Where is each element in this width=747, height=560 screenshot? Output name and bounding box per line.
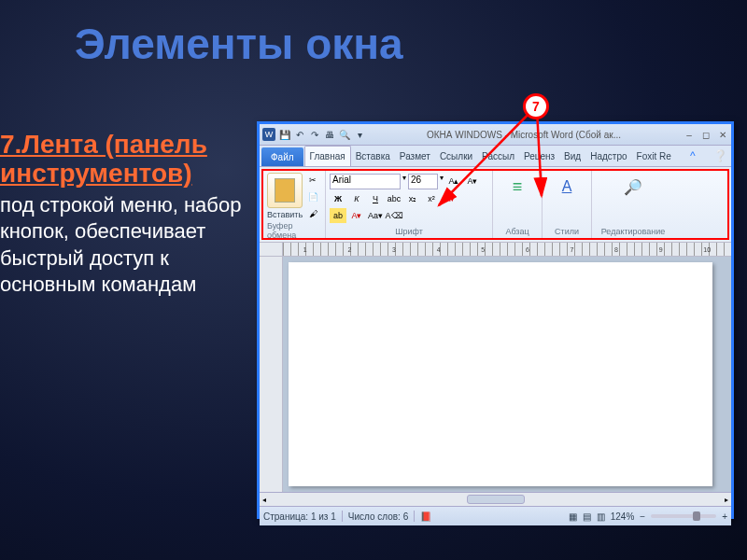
underline-button[interactable]: Ч: [367, 191, 384, 206]
highlight-color-button[interactable]: ab: [330, 208, 346, 223]
zoom-slider[interactable]: [651, 514, 716, 518]
titlebar: W 💾 ↶ ↷ 🖶 🔍 ▾ ОКНА WINDOWS - Microsoft W…: [260, 124, 731, 146]
window-title: ОКНА WINDOWS - Microsoft Word (Сбой ак..…: [367, 130, 681, 140]
status-word-count: Число слов: 6: [348, 511, 408, 522]
font-size-select[interactable]: 26: [408, 174, 438, 189]
document-page[interactable]: [289, 262, 712, 486]
horizontal-scrollbar[interactable]: ◂ ▸: [260, 492, 731, 506]
qat-undo-icon[interactable]: ↶: [293, 128, 306, 141]
tab-view[interactable]: Вид: [559, 146, 585, 166]
callout-badge-7: 7: [523, 93, 549, 119]
qat-dropdown-icon[interactable]: ▾: [353, 128, 366, 141]
scroll-left-icon[interactable]: ◂: [260, 496, 269, 504]
ribbon-minimize-icon[interactable]: ^: [690, 146, 696, 166]
tab-home[interactable]: Главная: [304, 146, 351, 166]
styles-group-label: Стили: [555, 227, 579, 236]
view-web-icon[interactable]: ▥: [597, 511, 605, 522]
copy-icon[interactable]: 📄: [304, 189, 321, 204]
qat-save-icon[interactable]: 💾: [278, 128, 291, 141]
tab-references[interactable]: Ссылки: [435, 146, 477, 166]
qat-print-icon[interactable]: 🖶: [323, 128, 336, 141]
tab-insert[interactable]: Вставка: [351, 146, 395, 166]
maximize-button[interactable]: ◻: [698, 130, 714, 140]
horizontal-ruler[interactable]: 12345678910: [260, 242, 731, 257]
clipboard-icon: [275, 178, 295, 203]
font-group-label: Шрифт: [395, 227, 423, 236]
subscript-button[interactable]: x₂: [404, 191, 421, 206]
slide-title: Элементы окна: [75, 19, 747, 69]
clipboard-group-label: Буфер обмена: [267, 221, 321, 240]
paragraph-group-label: Абзац: [505, 227, 529, 236]
clear-formatting-button[interactable]: A⌫: [386, 208, 402, 223]
tab-foxit[interactable]: Foxit Re: [632, 146, 676, 166]
ribbon-group-styles: A Стили: [543, 171, 592, 238]
font-name-select[interactable]: Arial: [330, 174, 401, 189]
strikethrough-button[interactable]: abc: [386, 191, 402, 206]
tab-review[interactable]: Реценз: [519, 146, 559, 166]
vertical-ruler[interactable]: [260, 257, 283, 492]
change-case-button[interactable]: Aa▾: [367, 208, 384, 223]
heading-ribbon: 7.Лента (панель инструментов): [0, 131, 243, 189]
bold-button[interactable]: Ж: [330, 191, 346, 206]
tab-layout[interactable]: Размет: [395, 146, 435, 166]
ribbon-group-font: Arial ▾ 26 ▾ A▴ A▾ Ж К Ч abc x₂ x² A▾ ab…: [326, 171, 493, 238]
find-button[interactable]: 🔎: [619, 173, 647, 201]
scroll-thumb[interactable]: [467, 495, 525, 504]
zoom-level[interactable]: 124%: [611, 511, 635, 522]
superscript-button[interactable]: x²: [423, 191, 440, 206]
ribbon-group-editing: 🔎 Редактирование: [592, 171, 674, 238]
ribbon-toolbar: Вставить ✂ 📄 🖌 Буфер обмена Arial ▾ 26 ▾…: [261, 169, 729, 240]
description-text: под строкой меню, набор кнопок, обеспечи…: [0, 192, 243, 299]
font-color-button[interactable]: A▾: [348, 208, 365, 223]
minimize-button[interactable]: –: [681, 130, 698, 140]
paragraph-button[interactable]: ≡: [503, 173, 531, 201]
ribbon-group-paragraph: ≡ Абзац: [493, 171, 543, 238]
document-area: [260, 257, 731, 492]
zoom-out-icon[interactable]: −: [640, 511, 645, 522]
styles-button[interactable]: A: [553, 173, 581, 201]
view-print-layout-icon[interactable]: ▦: [569, 511, 577, 522]
zoom-in-icon[interactable]: +: [722, 511, 727, 522]
view-reading-icon[interactable]: ▤: [583, 511, 591, 522]
editing-group-label: Редактирование: [601, 227, 666, 236]
text-effects-button[interactable]: A▾: [442, 191, 458, 206]
qat-preview-icon[interactable]: 🔍: [338, 128, 351, 141]
file-tab[interactable]: Файл: [261, 147, 303, 166]
ribbon-group-clipboard: Вставить ✂ 📄 🖌 Буфер обмена: [263, 171, 326, 238]
grow-font-icon[interactable]: A▴: [445, 174, 462, 189]
explanation-text: 7.Лента (панель инструментов) под строко…: [0, 131, 243, 299]
shrink-font-icon[interactable]: A▾: [464, 174, 481, 189]
paste-button[interactable]: [267, 173, 303, 208]
ruler-corner: [260, 243, 283, 256]
status-page: Страница: 1 из 1: [263, 511, 336, 522]
cut-icon[interactable]: ✂: [304, 173, 321, 188]
paste-label: Вставить: [267, 210, 303, 219]
ribbon-tabs: Файл Главная Вставка Размет Ссылки Рассы…: [260, 146, 731, 167]
qat-redo-icon[interactable]: ↷: [308, 128, 321, 141]
tab-addins[interactable]: Надстро: [585, 146, 631, 166]
tab-mailings[interactable]: Рассыл: [477, 146, 519, 166]
help-icon[interactable]: ❔: [713, 146, 727, 166]
status-language-icon[interactable]: 📕: [420, 511, 431, 522]
word-window: W 💾 ↶ ↷ 🖶 🔍 ▾ ОКНА WINDOWS - Microsoft W…: [257, 121, 734, 519]
word-app-icon: W: [262, 128, 275, 141]
ruler-ticks: 12345678910: [283, 243, 731, 256]
status-bar: Страница: 1 из 1 Число слов: 6 📕 ▦ ▤ ▥ 1…: [260, 506, 731, 525]
format-painter-icon[interactable]: 🖌: [304, 206, 321, 221]
italic-button[interactable]: К: [348, 191, 365, 206]
close-button[interactable]: ✕: [714, 130, 731, 140]
scroll-right-icon[interactable]: ▸: [722, 496, 731, 504]
